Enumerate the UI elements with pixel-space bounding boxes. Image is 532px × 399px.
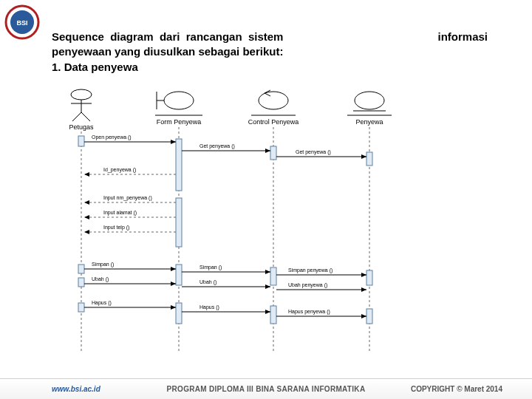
activation [78, 136, 84, 146]
activation [176, 303, 182, 324]
activation [78, 303, 84, 312]
boundary-form: Form Penyewa [155, 92, 202, 126]
msg: Simpan () [92, 262, 114, 267]
msg: Ubah () [200, 279, 216, 285]
msg: Ubah penyewa () [288, 282, 327, 288]
svg-point-3 [71, 89, 92, 100]
control-penyewa: Control Penyewa [248, 90, 299, 126]
activation [176, 198, 182, 247]
actor-petugas: Petugas [69, 89, 94, 131]
footer-url: www.bsi.ac.id [52, 385, 100, 393]
msg: Get penyewa () [296, 149, 331, 155]
bsi-logo: BSI [4, 4, 40, 40]
msg: Input alamat () [103, 210, 137, 216]
msg: Simpan penyewa () [288, 267, 332, 273]
svg-text:BSI: BSI [16, 19, 27, 27]
activation [270, 146, 276, 160]
sequence-diagram: Petugas Form Penyewa Control Penyewa Pen… [52, 87, 451, 361]
label-petugas: Petugas [69, 123, 94, 131]
label-control: Control Penyewa [248, 118, 299, 126]
activation [366, 309, 372, 324]
activation [176, 265, 182, 285]
footer-bar: www.bsi.ac.id PROGRAM DIPLOMA III BINA S… [0, 378, 532, 399]
activation [270, 306, 276, 324]
svg-line-7 [81, 112, 90, 121]
heading-line3: 1. Data penyewa [52, 60, 488, 75]
slide-heading: Sequence diagram dari rancangan sistem i… [52, 30, 488, 75]
label-entity: Penyewa [355, 118, 383, 126]
svg-point-12 [259, 92, 288, 109]
heading-part-a: Sequence diagram dari rancangan sistem [52, 30, 283, 44]
activation [78, 265, 84, 273]
msg: Id_penyewa () [103, 167, 136, 173]
activation [78, 278, 84, 287]
msg: Input telp () [103, 225, 129, 231]
msg: Hapus () [200, 304, 219, 310]
msg: Hapus penyewa () [288, 309, 330, 315]
msg: Hapus () [92, 300, 112, 306]
activation [366, 270, 372, 285]
activation [176, 139, 182, 191]
msg: Get penyewa () [200, 143, 235, 149]
entity-penyewa: Penyewa [347, 92, 392, 126]
svg-point-14 [355, 92, 384, 109]
svg-point-10 [164, 92, 194, 109]
activation [270, 267, 276, 285]
activation [366, 152, 372, 166]
svg-line-6 [72, 112, 81, 121]
msg: Open penyewa () [92, 134, 132, 140]
heading-line2: penyewaan yang diusulkan sebagai berikut… [52, 44, 488, 59]
msg: Input nm_penyewa () [103, 195, 152, 201]
footer-copyright: COPYRIGHT © Maret 2014 [411, 385, 502, 393]
msg: Simpan () [200, 265, 222, 270]
heading-part-b: informasi [437, 30, 488, 44]
footer-program: PROGRAM DIPLOMA III BINA SARANA INFORMAT… [167, 385, 366, 393]
msg: Ubah () [92, 276, 109, 282]
label-form: Form Penyewa [157, 118, 202, 126]
